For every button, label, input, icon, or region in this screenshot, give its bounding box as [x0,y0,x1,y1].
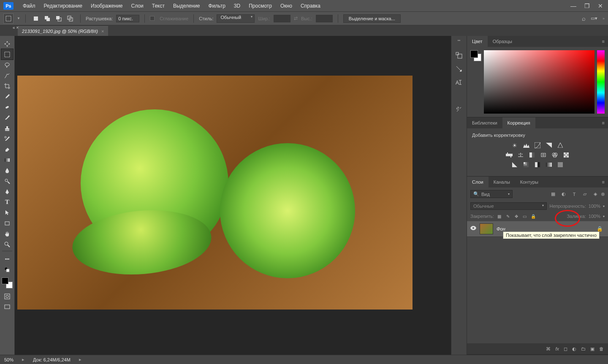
swatches-tab[interactable]: Образцы [488,36,517,47]
menu-3d[interactable]: 3D [230,1,244,11]
status-arrow-icon[interactable]: ▸ [22,357,24,362]
stamp-tool-icon[interactable] [1,123,13,133]
panel-menu-icon[interactable]: ≡ [599,39,608,44]
color-field[interactable] [484,50,594,114]
filter-toggle-switch[interactable] [601,193,605,196]
edit-toolbar-icon[interactable]: ••• [1,254,13,264]
opacity-value[interactable]: 100% [589,204,600,209]
lock-position-icon[interactable]: ✥ [513,213,519,219]
blend-mode-select[interactable]: Обычные▾ [470,202,547,210]
style-select[interactable]: Обычный ▾ [217,14,255,23]
filter-adjust-icon[interactable]: ◐ [560,191,567,198]
panel-menu-icon[interactable]: ≡ [599,179,608,185]
type-tool-icon[interactable]: T [1,197,13,207]
selection-add-icon[interactable] [42,14,52,24]
collapse-handle-icon[interactable]: •• [458,38,460,43]
layer-name-label[interactable]: Фон [497,226,505,231]
levels-icon[interactable] [522,142,530,149]
document-tab[interactable]: 2133091_1920.jpg @ 50% (RGB/8#) × [18,26,108,36]
screenmode-tool-icon[interactable] [1,302,13,312]
vibrance-icon[interactable] [556,142,564,149]
new-layer-icon[interactable]: ▣ [590,346,594,352]
selection-intersect-icon[interactable] [65,14,75,24]
menu-select[interactable]: Выделение [169,1,204,11]
hue-icon[interactable] [505,152,513,158]
path-select-tool-icon[interactable] [1,207,13,218]
eraser-tool-icon[interactable] [1,144,13,155]
quick-select-tool-icon[interactable] [1,70,13,81]
color-tab[interactable]: Цвет [467,36,488,47]
filter-smart-icon[interactable]: ◈ [592,191,599,198]
zoom-tool-icon[interactable] [1,239,13,250]
menu-file[interactable]: Файл [19,1,40,11]
history-panel-icon[interactable] [454,51,464,60]
tools-panel-icon[interactable] [454,105,464,114]
layer-filter-select[interactable]: 🔍Вид▾ [470,190,513,198]
marquee-tool-icon[interactable] [1,49,13,60]
lock-transparency-icon[interactable]: ▦ [497,213,502,219]
properties-panel-icon[interactable] [454,65,464,73]
posterize-icon[interactable] [522,161,530,168]
zoom-level[interactable]: 50% [4,357,14,362]
filter-type-icon[interactable]: T [571,191,578,198]
character-panel-icon[interactable]: A [454,78,464,87]
lasso-tool-icon[interactable] [1,60,13,70]
gradient-tool-icon[interactable] [1,155,13,165]
lock-all-icon[interactable]: 🔒 [530,213,536,219]
menu-help[interactable]: Справка [296,1,325,11]
layers-tab[interactable]: Слои [467,177,489,187]
libraries-tab[interactable]: Библиотеки [467,117,502,128]
lock-artboard-icon[interactable]: ▭ [522,213,528,219]
collapse-toolbar-icon[interactable]: « × [13,25,19,30]
hue-slider[interactable] [597,50,605,114]
fg-swatch[interactable] [470,50,478,58]
filter-shape-icon[interactable]: ▱ [581,191,588,198]
rectangle-tool-icon[interactable] [1,218,13,228]
foreground-color-swatch[interactable] [2,277,8,284]
brightness-icon[interactable]: ☀ [511,142,518,149]
channel-mixer-icon[interactable] [551,152,559,158]
menu-filter[interactable]: Фильтр [204,1,230,11]
expand-panels-icon[interactable]: » [603,16,605,21]
workspace-switcher-icon[interactable]: ▭▾ [591,16,597,21]
bw-icon[interactable] [528,152,536,158]
adjustments-tab[interactable]: Коррекция [502,117,535,128]
layer-lock-icon[interactable]: 🔒 [597,226,605,232]
selective-color-icon[interactable] [556,161,564,168]
layer-fx-icon[interactable]: fx [555,346,559,351]
threshold-icon[interactable] [534,161,541,168]
default-colors-icon[interactable] [1,264,13,275]
color-lookup-icon[interactable] [562,152,570,158]
layer-thumbnail[interactable] [480,223,493,234]
menu-window[interactable]: Окно [276,1,296,11]
menu-edit[interactable]: Редактирование [40,1,87,11]
exposure-icon[interactable] [545,142,553,149]
tool-preset-icon[interactable] [3,14,14,24]
menu-layer[interactable]: Слои [127,1,148,11]
color-swatches[interactable] [470,50,481,61]
close-icon[interactable]: ✕ [596,3,605,9]
document-tab-close-icon[interactable]: × [101,29,104,34]
curves-icon[interactable] [534,142,541,149]
filter-pixel-icon[interactable]: ▦ [550,191,556,198]
menu-image[interactable]: Изображение [87,1,127,11]
document-canvas[interactable] [17,76,413,310]
selection-new-icon[interactable] [31,14,41,24]
photo-filter-icon[interactable] [540,152,547,158]
menu-view[interactable]: Просмотр [244,1,276,11]
blur-tool-icon[interactable] [1,165,13,176]
history-brush-tool-icon[interactable] [1,133,13,144]
hand-tool-icon[interactable] [1,228,13,239]
link-layers-icon[interactable]: ⌘ [546,346,551,352]
new-group-icon[interactable]: 🗀 [581,346,586,351]
gradient-map-icon[interactable] [545,161,553,168]
channels-tab[interactable]: Каналы [489,177,515,187]
chevron-down-icon[interactable]: ▼ [17,16,20,20]
maximize-icon[interactable]: ❐ [583,3,591,9]
crop-tool-icon[interactable] [1,81,13,91]
delete-layer-icon[interactable]: 🗑 [599,346,604,351]
search-icon[interactable]: ⌕ [582,15,586,22]
brush-tool-icon[interactable] [1,112,13,123]
visibility-icon[interactable] [470,226,476,232]
selection-subtract-icon[interactable] [54,14,64,24]
